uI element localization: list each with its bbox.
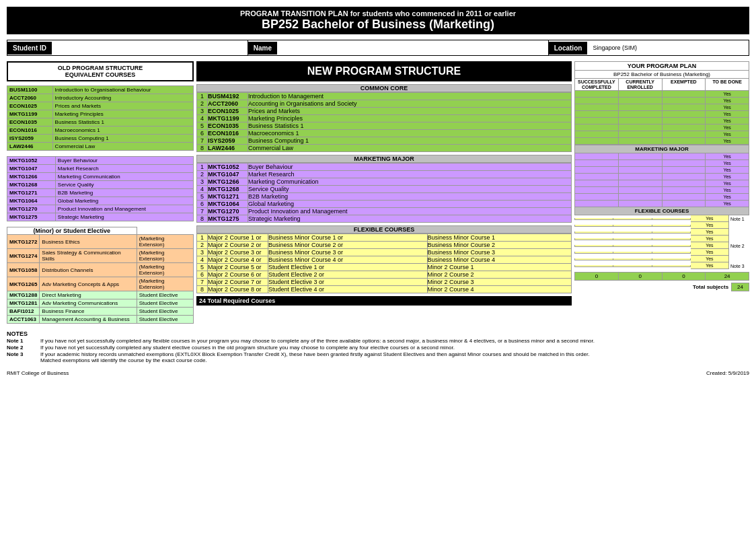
col-to-be-done: TO BE DONE — [706, 79, 749, 91]
program-label: BP252 Bachelor of Business (Marketing) — [574, 71, 749, 79]
list-item: MKTG1274Sales Strategy & Communication S… — [7, 249, 194, 263]
list-item: 3Major 2 Course 3 orBusiness Minor Cours… — [197, 249, 572, 256]
list-item: Yes Note 1 — [574, 215, 749, 222]
left-marketing-major-table: MKTG1052Buyer BehaviourMKTG1047Market Re… — [7, 156, 194, 221]
list-item: Yes — [574, 111, 749, 118]
list-item: 2ACCT2060Accounting in Organisations and… — [197, 100, 572, 108]
list-item: Yes — [574, 222, 749, 229]
right-flexible-header: FLEXIBLE COURSES — [574, 207, 749, 215]
left-column: OLD PROGRAM STRUCTURE EQUIVALENT COURSES… — [7, 61, 194, 324]
list-item: MKTG1064Global Marketing — [7, 197, 194, 205]
page: PROGRAM TRANSITION PLAN for students who… — [0, 0, 756, 383]
old-program-header: OLD PROGRAM STRUCTURE EQUIVALENT COURSES — [7, 61, 194, 81]
right-marketing-header: MARKETING MAJOR — [574, 145, 749, 153]
totals-row: 0 0 0 24 — [574, 272, 749, 281]
notes-title: NOTES — [7, 330, 749, 337]
footer-right: Created: 5/9/2019 — [706, 370, 749, 376]
location-section: Location Singapore (SIM) — [549, 40, 749, 55]
col-completed: SUCCESSFULLYCOMPLETED — [574, 79, 619, 91]
list-item: MKTG1199Marketing Principles — [7, 110, 194, 118]
name-value[interactable] — [277, 40, 548, 55]
list-item: 8Major 2 Course 8 orStudent Elective 4 o… — [197, 286, 572, 293]
footer-left: RMIT College of Business — [7, 370, 69, 376]
list-item: 8LAW2446Commercial Law — [197, 145, 572, 152]
list-item: Yes — [574, 180, 749, 187]
list-item: MKTG1281Adv Marketing CommunicationsStud… — [7, 299, 194, 308]
flexible-header: (Minor) or Student Elective — [7, 227, 137, 235]
main-layout: OLD PROGRAM STRUCTURE EQUIVALENT COURSES… — [7, 61, 749, 324]
header-subtitle: PROGRAM TRANSITION PLAN for students who… — [11, 9, 745, 17]
right-column: YOUR PROGRAM PLAN BP252 Bachelor of Busi… — [574, 61, 749, 324]
center-marketing-table: 1MKTG1052Buyer Behaviour2MKTG1047Market … — [196, 163, 572, 223]
list-item: Yes — [574, 249, 749, 256]
list-item: Yes — [574, 124, 749, 131]
location-value: Singapore (SIM) — [587, 42, 749, 54]
list-item: 4MKTG1199Marketing Principles — [197, 115, 572, 122]
list-item: 1Major 2 Course 1 orBusiness Minor Cours… — [197, 234, 572, 242]
list-item: Yes — [574, 91, 749, 98]
list-item: MKTG1052Buyer Behaviour — [7, 157, 194, 165]
location-label: Location — [549, 42, 588, 55]
note-item: Note 1If you have not yet successfully c… — [7, 338, 749, 344]
total-subjects-row: Total subjects 24 — [574, 283, 749, 291]
list-item: 3ECON1025Prices and Markets — [197, 108, 572, 115]
list-item: Yes — [574, 131, 749, 138]
list-item: MKTG1275Strategic Marketing — [7, 213, 194, 221]
list-item: 6Major 2 Course 6 orStudent Elective 2 o… — [197, 271, 572, 279]
list-item: Yes — [574, 98, 749, 104]
list-item: MKTG1271B2B Marketing — [7, 189, 194, 197]
list-item: ECON1025Prices and Markets — [7, 102, 194, 110]
list-item: Yes — [574, 201, 749, 207]
list-item: 7ISYS2059Business Computing 1 — [197, 137, 572, 145]
list-item: Yes — [574, 174, 749, 180]
list-item: BUSM1100Introduction to Organisational B… — [7, 86, 194, 94]
total-subjects-value: 24 — [731, 283, 749, 291]
list-item: Yes — [574, 118, 749, 124]
list-item: Yes — [574, 167, 749, 174]
list-item: 7MKTG1270Product Innovation and Manageme… — [197, 208, 572, 215]
list-item: 7Major 2 Course 7 orStudent Elective 3 o… — [197, 279, 572, 286]
new-program-header: NEW PROGRAM STRUCTURE — [196, 61, 572, 81]
list-item: MKTG1058Distribution Channels(Marketing … — [7, 263, 194, 277]
list-item: 5MKTG1271B2B Marketing — [197, 193, 572, 201]
list-item: Yes — [574, 256, 749, 262]
marketing-major-header: MARKETING MAJOR — [196, 155, 572, 163]
list-item: Yes Note 3 — [574, 262, 749, 269]
note-item: Note 3If your academic history records u… — [7, 351, 749, 363]
name-section: Name — [248, 40, 549, 55]
flexible-courses-header: FLEXIBLE COURSES — [196, 225, 572, 234]
student-id-label: Student ID — [7, 42, 52, 55]
list-item: 4Major 2 Course 4 orBusiness Minor Cours… — [197, 256, 572, 264]
list-item: BAFI1012Business FinanceStudent Elective — [7, 308, 194, 316]
footer: RMIT College of Business Created: 5/9/20… — [7, 370, 749, 376]
list-item: Yes — [574, 160, 749, 167]
total-exempted: 0 — [663, 272, 706, 281]
total-enrolled: 0 — [619, 272, 663, 281]
total-completed: 0 — [574, 272, 619, 281]
list-item: Yes Note 2 — [574, 242, 749, 249]
list-item: ACCT1063Management Accounting & Business… — [7, 316, 194, 324]
list-item: Yes — [574, 187, 749, 194]
note-item: Note 2If you have not yet successfully c… — [7, 345, 749, 351]
list-item: 8MKTG1275Strategic Marketing — [197, 215, 572, 223]
list-item: 2MKTG1047Market Research — [197, 171, 572, 178]
header-title: BP252 Bachelor of Business (Marketing) — [11, 17, 745, 32]
list-item: MKTG1272Business Ethics(Marketing Extens… — [7, 235, 194, 249]
list-item: Yes — [574, 194, 749, 201]
list-item: MKTG1288Direct MarketingStudent Elective — [7, 291, 194, 299]
plan-col-headers: SUCCESSFULLYCOMPLETED CURRENTLYENROLLED … — [574, 79, 749, 91]
center-common-core-table: 1BUSM4192Introduction to Management2ACCT… — [196, 92, 572, 152]
student-info-bar: Student ID Name Location Singapore (SIM) — [7, 40, 749, 56]
left-common-core-table: BUSM1100Introduction to Organisational B… — [7, 85, 194, 151]
left-flexible-table: (Minor) or Student Elective MKTG1272Busi… — [7, 227, 194, 324]
list-item: ISYS2059Business Computing 1 — [7, 135, 194, 143]
list-item: 2Major 2 Course 2 orBusiness Minor Cours… — [197, 242, 572, 249]
notes-section: NOTES Note 1If you have not yet successf… — [7, 330, 749, 363]
student-id-value[interactable] — [52, 40, 248, 55]
list-item: 6MKTG1064Global Marketing — [197, 201, 572, 208]
list-item: Yes — [574, 104, 749, 111]
list-item: 3MKTG1266Marketing Communication — [197, 178, 572, 186]
total-required: 24 Total Required Courses — [196, 296, 572, 306]
list-item: ECON1035Business Statistics 1 — [7, 118, 194, 127]
list-item: 5ECON1035Business Statistics 1 — [197, 122, 572, 130]
